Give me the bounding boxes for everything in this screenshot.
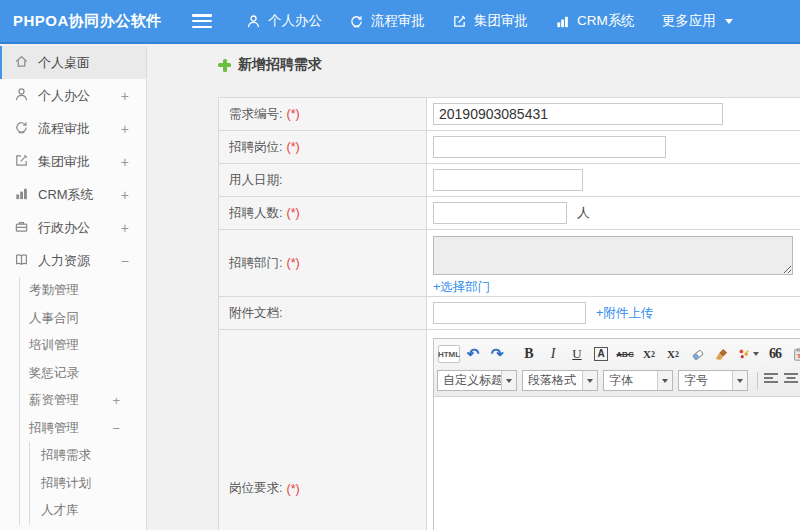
field-label: 招聘岗位: (*)	[219, 131, 427, 163]
expand-icon[interactable]: +	[121, 154, 129, 170]
expand-icon[interactable]: +	[121, 187, 129, 203]
font-style-button[interactable]: A	[590, 344, 612, 364]
expand-icon[interactable]: +	[121, 220, 129, 236]
top-bar: PHPOA协同办公软件 个人办公 流程审批	[0, 0, 800, 44]
collapse-icon[interactable]: −	[112, 421, 120, 436]
sidebar-item-hr-contract[interactable]: 人事合同	[20, 305, 146, 333]
expand-icon[interactable]: +	[121, 88, 129, 104]
align-center-icon[interactable]	[784, 372, 800, 390]
recruit-demand-form: 需求编号: (*) 招聘岗位: (*) 用人日期:	[218, 97, 800, 530]
sidebar-item-label: 招聘管理	[29, 420, 79, 437]
paragraph-format-select[interactable]: 段落格式	[522, 370, 598, 391]
department-textarea[interactable]	[433, 236, 793, 275]
briefcase-icon	[14, 219, 29, 237]
superscript-button[interactable]: X2	[638, 344, 660, 364]
sidebar-item-recruit-plan[interactable]: 招聘计划	[30, 470, 146, 498]
sidebar-item-talent-pool[interactable]: 人才库	[30, 497, 146, 525]
required-marker: (*)	[286, 140, 299, 154]
expand-icon[interactable]: +	[112, 393, 120, 408]
attachment-input[interactable]	[433, 302, 586, 324]
field-label: 用人日期:	[219, 164, 427, 196]
align-left-icon[interactable]	[764, 372, 780, 390]
topnav-personal-office[interactable]: 个人办公	[246, 12, 322, 30]
format-brush-icon[interactable]	[710, 344, 732, 364]
editor-content-area[interactable]	[434, 397, 800, 530]
menu-toggle-icon[interactable]	[192, 14, 212, 28]
html-source-button[interactable]: HTML	[438, 345, 460, 363]
sidebar-item-crm[interactable]: CRM系统 +	[0, 178, 146, 211]
caret-down-icon	[501, 371, 516, 390]
sidebar-item-training[interactable]: 培训管理	[20, 332, 146, 360]
topnav-label: 流程审批	[371, 12, 425, 30]
required-marker: (*)	[286, 206, 299, 220]
add-plus-icon	[218, 59, 231, 72]
book-icon	[14, 252, 29, 270]
hire-date-input[interactable]	[433, 169, 583, 191]
page-title: 新增招聘需求	[218, 56, 322, 74]
demand-no-input[interactable]	[433, 103, 723, 125]
headcount-input[interactable]	[433, 202, 567, 224]
topnav-group-approval[interactable]: 集团审批	[452, 12, 528, 30]
font-size-select[interactable]: 字号	[678, 370, 748, 391]
sidebar-item-label: 行政办公	[38, 219, 90, 237]
topnav-label: 个人办公	[268, 12, 322, 30]
sidebar-item-recruit-mgmt[interactable]: 招聘管理 −	[20, 415, 146, 443]
edit-icon	[14, 153, 29, 171]
sidebar-item-attendance[interactable]: 考勤管理	[20, 277, 146, 305]
collapse-icon[interactable]: −	[121, 253, 129, 269]
form-row-attachment: 附件文档: +附件上传	[218, 297, 800, 330]
workflow-icon	[14, 120, 29, 138]
sidebar-item-label: 人力资源	[38, 252, 90, 270]
subscript-button[interactable]: X2	[662, 344, 684, 364]
expand-icon[interactable]: +	[121, 121, 129, 137]
sidebar-item-workflow-approval[interactable]: 流程审批 +	[0, 112, 146, 145]
bar-chart-icon	[14, 186, 29, 204]
custom-title-select[interactable]: 自定义标题	[437, 370, 517, 391]
paste-icon[interactable]: T	[788, 344, 800, 364]
auto-typeset-icon[interactable]	[734, 344, 762, 364]
sidebar-item-recruit-demand[interactable]: 招聘需求	[30, 442, 146, 470]
sidebar-item-label: 薪资管理	[29, 392, 79, 409]
form-row-job-requirements: 岗位要求: (*) HTML ↶ ↷ B I U A	[218, 330, 800, 530]
topnav-crm[interactable]: CRM系统	[555, 12, 635, 30]
form-row-position: 招聘岗位: (*)	[218, 131, 800, 164]
undo-icon[interactable]: ↶	[462, 344, 484, 364]
top-nav: 个人办公 流程审批 集团审批 CRM系统	[246, 12, 760, 30]
redo-icon[interactable]: ↷	[486, 344, 508, 364]
eraser-icon[interactable]	[686, 344, 708, 364]
form-row-hire-date: 用人日期:	[218, 164, 800, 197]
topnav-label: 更多应用	[662, 12, 716, 30]
blockquote-button[interactable]: 66	[764, 344, 786, 364]
field-label: 附件文档:	[219, 297, 427, 329]
sidebar-item-label: 培训管理	[29, 337, 79, 354]
user-icon	[14, 87, 29, 105]
sidebar-item-group-approval[interactable]: 集团审批 +	[0, 145, 146, 178]
form-row-department: 招聘部门: (*) +选择部门	[218, 230, 800, 297]
app-logo: PHPOA协同办公软件	[0, 12, 192, 31]
workflow-icon	[349, 14, 364, 29]
recruit-submenu: 招聘需求 招聘计划 人才库	[29, 442, 146, 525]
topnav-more-apps[interactable]: 更多应用	[662, 12, 733, 30]
topnav-label: CRM系统	[577, 12, 635, 30]
caret-down-icon	[657, 371, 672, 390]
sidebar-item-salary[interactable]: 薪资管理 +	[20, 387, 146, 415]
user-icon	[246, 14, 261, 29]
upload-attachment-link[interactable]: +附件上传	[596, 305, 653, 322]
sidebar-item-label: 个人办公	[38, 87, 90, 105]
bold-button[interactable]: B	[518, 344, 540, 364]
field-label: 需求编号: (*)	[219, 98, 427, 130]
caret-down-icon	[582, 371, 597, 390]
topnav-workflow-approval[interactable]: 流程审批	[349, 12, 425, 30]
position-input[interactable]	[433, 136, 666, 158]
strikethrough-button[interactable]: ABC	[614, 344, 636, 364]
sidebar-item-label: CRM系统	[38, 186, 94, 204]
italic-button[interactable]: I	[542, 344, 564, 364]
sidebar-item-personal-office[interactable]: 个人办公 +	[0, 79, 146, 112]
sidebar-item-hr[interactable]: 人力资源 −	[0, 244, 146, 277]
sidebar-item-admin-office[interactable]: 行政办公 +	[0, 211, 146, 244]
sidebar-item-desktop[interactable]: 个人桌面	[0, 46, 146, 79]
select-department-link[interactable]: +选择部门	[433, 279, 490, 296]
underline-button[interactable]: U	[566, 344, 588, 364]
font-family-select[interactable]: 字体	[603, 370, 673, 391]
sidebar-item-rewards[interactable]: 奖惩记录	[20, 360, 146, 388]
